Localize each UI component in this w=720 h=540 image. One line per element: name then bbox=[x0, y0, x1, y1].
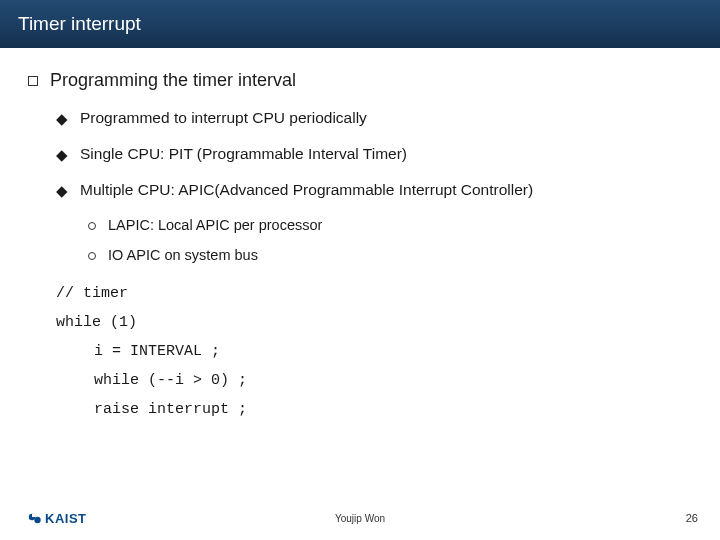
circle-bullet-icon bbox=[88, 222, 96, 230]
circle-bullet-icon bbox=[88, 252, 96, 260]
page-number: 26 bbox=[686, 512, 698, 524]
bullet-text: Single CPU: PIT (Programmable Interval T… bbox=[80, 145, 407, 163]
code-comment: // timer bbox=[56, 285, 692, 302]
code-line: while (--i > 0) ; bbox=[94, 372, 692, 389]
kaist-logo-text: KAIST bbox=[45, 511, 87, 526]
section-heading-row: Programming the timer interval bbox=[28, 70, 692, 91]
svg-point-1 bbox=[34, 516, 40, 522]
bullet-row: ◆ Programmed to interrupt CPU periodical… bbox=[56, 109, 692, 129]
slide-content: Programming the timer interval ◆ Program… bbox=[0, 48, 720, 418]
svg-rect-2 bbox=[32, 514, 35, 517]
sub-bullet-row: LAPIC: Local APIC per processor bbox=[88, 217, 692, 233]
section-heading: Programming the timer interval bbox=[50, 70, 296, 91]
sub-bullet-text: IO APIC on system bus bbox=[108, 247, 258, 263]
code-block: // timer while (1) i = INTERVAL ; while … bbox=[56, 285, 692, 418]
sub-bullet-text: LAPIC: Local APIC per processor bbox=[108, 217, 322, 233]
bullet-row: ◆ Multiple CPU: APIC(Advanced Programmab… bbox=[56, 181, 692, 201]
slide-title: Timer interrupt bbox=[18, 13, 141, 35]
code-loop: while (1) bbox=[56, 314, 692, 331]
diamond-bullet-icon: ◆ bbox=[56, 145, 68, 165]
diamond-bullet-icon: ◆ bbox=[56, 109, 68, 129]
diamond-bullet-icon: ◆ bbox=[56, 181, 68, 201]
bullet-row: ◆ Single CPU: PIT (Programmable Interval… bbox=[56, 145, 692, 165]
code-line: i = INTERVAL ; bbox=[94, 343, 692, 360]
kaist-logo-icon bbox=[28, 512, 42, 526]
bullet-text: Multiple CPU: APIC(Advanced Programmable… bbox=[80, 181, 533, 199]
kaist-logo: KAIST bbox=[28, 511, 87, 526]
square-bullet-icon bbox=[28, 76, 38, 86]
sub-bullet-row: IO APIC on system bus bbox=[88, 247, 692, 263]
code-line: raise interrupt ; bbox=[94, 401, 692, 418]
slide-header: Timer interrupt bbox=[0, 0, 720, 48]
author-name: Youjip Won bbox=[335, 513, 385, 524]
slide-footer: KAIST Youjip Won 26 bbox=[0, 504, 720, 528]
bullet-text: Programmed to interrupt CPU periodically bbox=[80, 109, 367, 127]
